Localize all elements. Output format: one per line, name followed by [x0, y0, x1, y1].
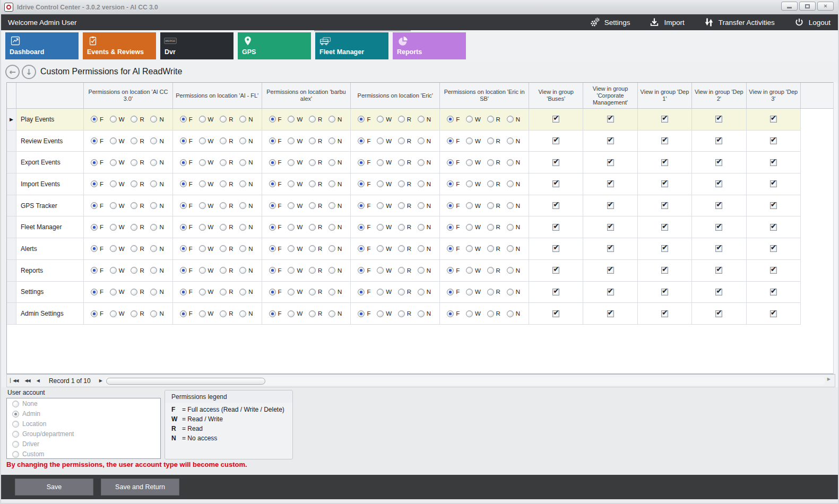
- permission-option-r[interactable]: R: [220, 202, 233, 209]
- permission-option-f[interactable]: F: [91, 289, 103, 296]
- permission-radio[interactable]: [180, 289, 187, 296]
- permission-option-r[interactable]: R: [309, 289, 322, 296]
- permission-radio[interactable]: [507, 202, 514, 209]
- permission-radio[interactable]: [487, 116, 494, 123]
- group-checkbox[interactable]: [661, 245, 668, 252]
- permission-option-f[interactable]: F: [447, 310, 460, 317]
- permission-option-r[interactable]: R: [220, 159, 233, 166]
- save-and-return-button[interactable]: Save and Return: [101, 479, 179, 496]
- permission-option-n[interactable]: N: [150, 267, 163, 274]
- permission-radio[interactable]: [398, 245, 405, 252]
- permission-radio[interactable]: [309, 310, 316, 317]
- group-checkbox[interactable]: [607, 116, 614, 123]
- hscroll-right-arrow[interactable]: ▶: [825, 377, 833, 381]
- permission-radio[interactable]: [269, 202, 276, 209]
- permission-radio[interactable]: [328, 202, 335, 209]
- permission-option-w[interactable]: W: [110, 137, 125, 144]
- permission-radio[interactable]: [377, 224, 384, 231]
- permission-option-n[interactable]: N: [150, 289, 163, 296]
- group-checkbox[interactable]: [661, 159, 668, 166]
- close-button[interactable]: ×: [817, 2, 834, 11]
- permission-option-n[interactable]: N: [418, 202, 431, 209]
- group-checkbox[interactable]: [607, 180, 614, 187]
- group-checkbox[interactable]: [770, 224, 777, 231]
- group-checkbox[interactable]: [552, 310, 559, 317]
- group-checkbox[interactable]: [552, 245, 559, 252]
- permission-radio[interactable]: [447, 159, 454, 166]
- transfer-activities-button[interactable]: Transfer Activities: [704, 17, 775, 28]
- group-checkbox[interactable]: [552, 180, 559, 187]
- permission-radio[interactable]: [269, 180, 276, 187]
- permission-option-f[interactable]: F: [180, 245, 193, 252]
- permission-option-r[interactable]: R: [398, 202, 411, 209]
- permission-radio[interactable]: [131, 137, 137, 144]
- permission-radio[interactable]: [288, 180, 295, 187]
- permission-option-f[interactable]: F: [91, 202, 103, 209]
- permission-option-r[interactable]: R: [220, 224, 233, 231]
- permission-radio[interactable]: [110, 137, 117, 144]
- permission-radio[interactable]: [180, 180, 187, 187]
- permission-option-f[interactable]: F: [269, 180, 282, 187]
- permission-radio[interactable]: [199, 245, 206, 252]
- permission-radio[interactable]: [328, 116, 335, 123]
- permission-option-w[interactable]: W: [110, 310, 125, 317]
- group-checkbox[interactable]: [661, 224, 668, 231]
- permission-radio[interactable]: [418, 310, 425, 317]
- permission-radio[interactable]: [377, 202, 384, 209]
- permission-option-w[interactable]: W: [110, 245, 125, 252]
- permission-radio[interactable]: [507, 180, 514, 187]
- permission-option-w[interactable]: W: [466, 310, 481, 317]
- permission-option-f[interactable]: F: [447, 116, 460, 123]
- permission-option-n[interactable]: N: [239, 245, 253, 252]
- permission-radio[interactable]: [220, 137, 227, 144]
- permission-radio[interactable]: [309, 224, 316, 231]
- permission-radio[interactable]: [110, 289, 117, 296]
- permission-option-r[interactable]: R: [487, 224, 500, 231]
- permission-option-f[interactable]: F: [91, 224, 103, 231]
- permission-radio[interactable]: [150, 159, 157, 166]
- permission-radio[interactable]: [131, 180, 137, 187]
- permission-radio[interactable]: [269, 137, 276, 144]
- hscroll-thumb[interactable]: [106, 378, 265, 385]
- permission-option-f[interactable]: F: [91, 267, 103, 274]
- permission-radio[interactable]: [288, 245, 295, 252]
- permission-option-n[interactable]: N: [507, 116, 520, 123]
- permission-radio[interactable]: [150, 116, 157, 123]
- permission-radio[interactable]: [239, 159, 246, 166]
- permission-radio[interactable]: [309, 180, 316, 187]
- permission-option-w[interactable]: W: [466, 159, 481, 166]
- permission-option-w[interactable]: W: [377, 202, 392, 209]
- group-checkbox[interactable]: [552, 137, 559, 144]
- group-checkbox[interactable]: [552, 159, 559, 166]
- permission-radio[interactable]: [269, 159, 276, 166]
- permission-option-f[interactable]: F: [358, 267, 370, 274]
- permission-option-w[interactable]: W: [288, 310, 302, 317]
- group-checkbox[interactable]: [715, 289, 722, 296]
- permission-radio[interactable]: [180, 224, 187, 231]
- permission-option-w[interactable]: W: [110, 159, 125, 166]
- permission-option-f[interactable]: F: [91, 116, 103, 123]
- group-checkbox[interactable]: [607, 310, 614, 317]
- group-checkbox[interactable]: [770, 202, 777, 209]
- permission-radio[interactable]: [398, 310, 405, 317]
- permission-radio[interactable]: [309, 245, 316, 252]
- save-button[interactable]: Save: [15, 479, 93, 496]
- permission-radio[interactable]: [358, 202, 365, 209]
- permission-radio[interactable]: [487, 267, 494, 274]
- permission-radio[interactable]: [269, 289, 276, 296]
- group-checkbox[interactable]: [607, 224, 614, 231]
- permission-radio[interactable]: [398, 202, 405, 209]
- permission-radio[interactable]: [418, 202, 425, 209]
- group-checkbox[interactable]: [715, 245, 722, 252]
- permission-radio[interactable]: [110, 310, 117, 317]
- permission-option-n[interactable]: N: [507, 180, 520, 187]
- permission-option-r[interactable]: R: [131, 202, 144, 209]
- permission-radio[interactable]: [150, 289, 157, 296]
- permission-option-f[interactable]: F: [358, 137, 370, 144]
- permission-option-n[interactable]: N: [150, 224, 163, 231]
- permission-option-f[interactable]: F: [447, 180, 460, 187]
- permission-radio[interactable]: [110, 180, 117, 187]
- permission-option-n[interactable]: N: [328, 180, 342, 187]
- permission-radio[interactable]: [487, 310, 494, 317]
- permission-option-w[interactable]: W: [377, 159, 392, 166]
